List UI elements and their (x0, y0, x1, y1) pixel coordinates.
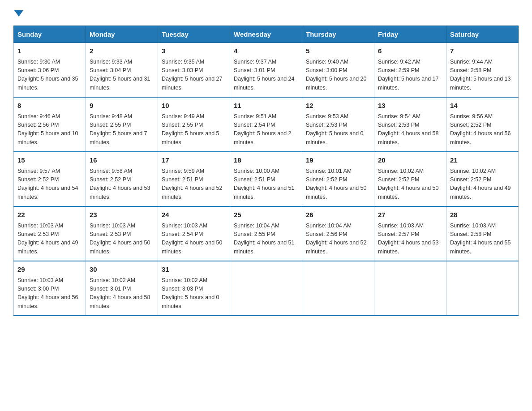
day-number: 17 (162, 155, 226, 166)
day-number: 6 (378, 46, 442, 56)
logo-triangle-icon (14, 10, 23, 17)
calendar-cell: 19Sunrise: 10:01 AMSunset: 2:52 PMDaylig… (302, 152, 374, 206)
day-info: Sunrise: 10:04 AMSunset: 2:55 PMDaylight… (234, 222, 298, 257)
weekday-header-tuesday: Tuesday (158, 26, 230, 43)
day-info: Sunrise: 10:02 AMSunset: 3:01 PMDaylight… (90, 276, 154, 311)
day-number: 16 (90, 155, 154, 166)
day-number: 31 (162, 265, 226, 275)
day-info: Sunrise: 10:02 AMSunset: 2:52 PMDaylight… (378, 167, 442, 202)
day-info: Sunrise: 9:53 AMSunset: 2:53 PMDaylight:… (306, 112, 370, 147)
calendar-cell: 11Sunrise: 9:51 AMSunset: 2:54 PMDayligh… (230, 97, 302, 152)
calendar-cell: 14Sunrise: 9:56 AMSunset: 2:52 PMDayligh… (446, 97, 519, 152)
calendar-cell: 21Sunrise: 10:02 AMSunset: 2:52 PMDaylig… (446, 152, 519, 206)
day-info: Sunrise: 10:01 AMSunset: 2:52 PMDaylight… (306, 167, 370, 202)
calendar-cell: 31Sunrise: 10:02 AMSunset: 3:03 PMDaylig… (158, 261, 230, 316)
day-info: Sunrise: 9:33 AMSunset: 3:04 PMDaylight:… (90, 58, 154, 93)
calendar-week-row: 22Sunrise: 10:03 AMSunset: 2:53 PMDaylig… (14, 206, 519, 261)
day-info: Sunrise: 9:35 AMSunset: 3:03 PMDaylight:… (162, 58, 226, 93)
calendar-cell: 18Sunrise: 10:00 AMSunset: 2:51 PMDaylig… (230, 152, 302, 206)
calendar-cell: 30Sunrise: 10:02 AMSunset: 3:01 PMDaylig… (86, 261, 158, 316)
day-info: Sunrise: 9:54 AMSunset: 2:53 PMDaylight:… (378, 112, 442, 147)
calendar-cell: 17Sunrise: 9:59 AMSunset: 2:51 PMDayligh… (158, 152, 230, 206)
logo (13, 9, 23, 17)
calendar-table: SundayMondayTuesdayWednesdayThursdayFrid… (13, 26, 519, 316)
calendar-cell: 15Sunrise: 9:57 AMSunset: 2:52 PMDayligh… (14, 152, 86, 206)
calendar-cell: 29Sunrise: 10:03 AMSunset: 3:00 PMDaylig… (14, 261, 86, 316)
day-number: 25 (234, 210, 298, 220)
calendar-cell: 6Sunrise: 9:42 AMSunset: 2:59 PMDaylight… (374, 43, 446, 98)
day-info: Sunrise: 9:44 AMSunset: 2:58 PMDaylight:… (450, 58, 515, 93)
day-info: Sunrise: 10:03 AMSunset: 2:57 PMDaylight… (378, 222, 442, 257)
day-info: Sunrise: 9:51 AMSunset: 2:54 PMDaylight:… (234, 112, 298, 147)
weekday-header-thursday: Thursday (302, 26, 374, 43)
day-info: Sunrise: 10:02 AMSunset: 3:03 PMDaylight… (162, 276, 226, 311)
calendar-week-row: 1Sunrise: 9:30 AMSunset: 3:06 PMDaylight… (14, 43, 519, 98)
day-number: 15 (17, 155, 82, 166)
calendar-cell: 25Sunrise: 10:04 AMSunset: 2:55 PMDaylig… (230, 206, 302, 261)
weekday-header-saturday: Saturday (446, 26, 519, 43)
day-info: Sunrise: 9:58 AMSunset: 2:52 PMDaylight:… (90, 167, 154, 202)
day-info: Sunrise: 9:49 AMSunset: 2:55 PMDaylight:… (162, 112, 226, 147)
day-number: 2 (90, 46, 154, 56)
day-number: 29 (17, 265, 82, 275)
day-number: 28 (450, 210, 515, 220)
day-number: 3 (162, 46, 226, 56)
day-number: 4 (234, 46, 298, 56)
day-number: 13 (378, 101, 442, 111)
calendar-cell: 16Sunrise: 9:58 AMSunset: 2:52 PMDayligh… (86, 152, 158, 206)
day-info: Sunrise: 9:40 AMSunset: 3:00 PMDaylight:… (306, 58, 370, 93)
calendar-week-row: 8Sunrise: 9:46 AMSunset: 2:56 PMDaylight… (14, 97, 519, 152)
calendar-cell: 22Sunrise: 10:03 AMSunset: 2:53 PMDaylig… (14, 206, 86, 261)
day-info: Sunrise: 9:42 AMSunset: 2:59 PMDaylight:… (378, 58, 442, 93)
day-number: 1 (17, 46, 82, 56)
day-number: 9 (90, 101, 154, 111)
day-info: Sunrise: 10:03 AMSunset: 2:54 PMDaylight… (162, 222, 226, 257)
day-number: 12 (306, 101, 370, 111)
day-number: 18 (234, 155, 298, 166)
calendar-cell: 23Sunrise: 10:03 AMSunset: 2:53 PMDaylig… (86, 206, 158, 261)
day-info: Sunrise: 10:00 AMSunset: 2:51 PMDaylight… (234, 167, 298, 202)
calendar-cell (302, 261, 374, 316)
day-info: Sunrise: 9:59 AMSunset: 2:51 PMDaylight:… (162, 167, 226, 202)
day-number: 30 (90, 265, 154, 275)
day-info: Sunrise: 9:56 AMSunset: 2:52 PMDaylight:… (450, 112, 515, 147)
calendar-cell: 27Sunrise: 10:03 AMSunset: 2:57 PMDaylig… (374, 206, 446, 261)
calendar-header: SundayMondayTuesdayWednesdayThursdayFrid… (14, 26, 519, 43)
calendar-cell: 4Sunrise: 9:37 AMSunset: 3:01 PMDaylight… (230, 43, 302, 98)
calendar-body: 1Sunrise: 9:30 AMSunset: 3:06 PMDaylight… (14, 43, 519, 316)
calendar-cell: 26Sunrise: 10:04 AMSunset: 2:56 PMDaylig… (302, 206, 374, 261)
calendar-cell: 10Sunrise: 9:49 AMSunset: 2:55 PMDayligh… (158, 97, 230, 152)
day-number: 5 (306, 46, 370, 56)
day-number: 27 (378, 210, 442, 220)
day-number: 11 (234, 101, 298, 111)
page-header (13, 9, 519, 17)
day-number: 26 (306, 210, 370, 220)
day-info: Sunrise: 10:03 AMSunset: 2:53 PMDaylight… (90, 222, 154, 257)
day-number: 7 (450, 46, 515, 56)
day-info: Sunrise: 9:46 AMSunset: 2:56 PMDaylight:… (17, 112, 82, 147)
weekday-header-friday: Friday (374, 26, 446, 43)
day-number: 22 (17, 210, 82, 220)
weekday-header-row: SundayMondayTuesdayWednesdayThursdayFrid… (14, 26, 519, 43)
day-info: Sunrise: 10:03 AMSunset: 3:00 PMDaylight… (17, 276, 82, 311)
day-number: 21 (450, 155, 515, 166)
weekday-header-sunday: Sunday (14, 26, 86, 43)
calendar-cell: 5Sunrise: 9:40 AMSunset: 3:00 PMDaylight… (302, 43, 374, 98)
day-number: 24 (162, 210, 226, 220)
weekday-header-monday: Monday (86, 26, 158, 43)
day-info: Sunrise: 10:02 AMSunset: 2:52 PMDaylight… (450, 167, 515, 202)
calendar-week-row: 29Sunrise: 10:03 AMSunset: 3:00 PMDaylig… (14, 261, 519, 316)
day-info: Sunrise: 9:48 AMSunset: 2:55 PMDaylight:… (90, 112, 154, 147)
day-number: 20 (378, 155, 442, 166)
calendar-cell: 8Sunrise: 9:46 AMSunset: 2:56 PMDaylight… (14, 97, 86, 152)
calendar-cell: 24Sunrise: 10:03 AMSunset: 2:54 PMDaylig… (158, 206, 230, 261)
calendar-cell (446, 261, 519, 316)
calendar-cell: 3Sunrise: 9:35 AMSunset: 3:03 PMDaylight… (158, 43, 230, 98)
day-number: 14 (450, 101, 515, 111)
calendar-cell: 9Sunrise: 9:48 AMSunset: 2:55 PMDaylight… (86, 97, 158, 152)
calendar-cell: 7Sunrise: 9:44 AMSunset: 2:58 PMDaylight… (446, 43, 519, 98)
calendar-cell (230, 261, 302, 316)
calendar-cell: 1Sunrise: 9:30 AMSunset: 3:06 PMDaylight… (14, 43, 86, 98)
day-info: Sunrise: 10:03 AMSunset: 2:58 PMDaylight… (450, 222, 515, 257)
calendar-week-row: 15Sunrise: 9:57 AMSunset: 2:52 PMDayligh… (14, 152, 519, 206)
